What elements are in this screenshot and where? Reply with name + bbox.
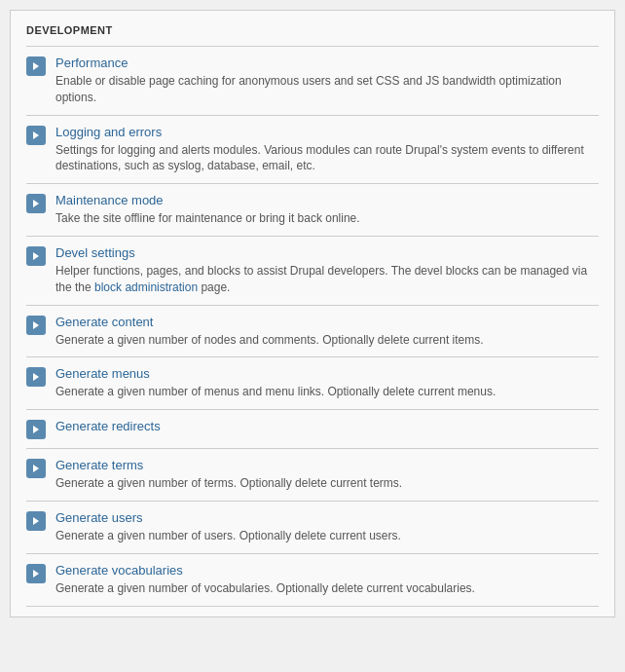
block-administration-link[interactable]: block administration xyxy=(94,280,198,294)
svg-marker-3 xyxy=(33,252,39,260)
item-description: Helper functions, pages, and blocks to a… xyxy=(55,263,599,296)
item-content: Generate vocabulariesGenerate a given nu… xyxy=(55,563,599,597)
item-content: Generate usersGenerate a given number of… xyxy=(55,510,599,544)
list-item: Devel settingsHelper functions, pages, a… xyxy=(26,237,599,305)
item-title-devel-settings[interactable]: Devel settings xyxy=(55,245,135,260)
arrow-button-generate-terms[interactable] xyxy=(26,459,46,478)
item-title-maintenance-mode[interactable]: Maintenance mode xyxy=(55,193,164,207)
item-content: Generate menusGenerate a given number of… xyxy=(55,366,599,400)
item-content: Generate contentGenerate a given number … xyxy=(55,315,599,349)
item-divider xyxy=(26,606,599,607)
list-item: Generate contentGenerate a given number … xyxy=(26,306,599,357)
svg-marker-8 xyxy=(33,517,39,525)
items-container: PerformanceEnable or disable page cachin… xyxy=(26,47,599,607)
arrow-button-generate-content[interactable] xyxy=(26,316,46,335)
arrow-button-devel-settings[interactable] xyxy=(26,246,46,266)
svg-marker-0 xyxy=(33,62,39,70)
list-item: PerformanceEnable or disable page cachin… xyxy=(26,47,599,115)
list-item: Maintenance modeTake the site offline fo… xyxy=(26,184,599,236)
item-description: Generate a given number of vocabularies.… xyxy=(55,580,599,597)
item-description: Settings for logging and alerts modules.… xyxy=(55,142,599,175)
item-content: Generate termsGenerate a given number of… xyxy=(55,458,599,492)
item-description: Generate a given number of users. Option… xyxy=(55,528,599,544)
item-content: Logging and errorsSettings for logging a… xyxy=(55,125,599,175)
item-content: Maintenance modeTake the site offline fo… xyxy=(55,193,599,227)
svg-marker-5 xyxy=(33,373,39,381)
svg-marker-6 xyxy=(33,426,39,433)
arrow-button-performance[interactable] xyxy=(26,56,46,76)
item-description: Enable or disable page caching for anony… xyxy=(55,73,599,106)
svg-marker-2 xyxy=(33,200,39,207)
item-description: Generate a given number of menus and men… xyxy=(55,384,599,400)
item-content: Generate redirects xyxy=(55,419,599,433)
item-title-generate-vocabularies[interactable]: Generate vocabularies xyxy=(55,563,183,578)
svg-marker-4 xyxy=(33,321,39,329)
arrow-button-generate-menus[interactable] xyxy=(26,367,46,387)
item-title-performance[interactable]: Performance xyxy=(55,56,128,70)
item-title-generate-users[interactable]: Generate users xyxy=(55,510,143,525)
item-title-generate-redirects[interactable]: Generate redirects xyxy=(55,419,161,433)
list-item: Logging and errorsSettings for logging a… xyxy=(26,116,599,184)
arrow-button-maintenance-mode[interactable] xyxy=(26,194,46,213)
item-content: Devel settingsHelper functions, pages, a… xyxy=(55,245,599,296)
arrow-button-generate-users[interactable] xyxy=(26,511,46,531)
list-item: Generate vocabulariesGenerate a given nu… xyxy=(26,554,599,606)
item-content: PerformanceEnable or disable page cachin… xyxy=(55,56,599,106)
section-title: DEVELOPMENT xyxy=(26,24,599,36)
svg-marker-1 xyxy=(33,131,39,139)
item-description: Generate a given number of nodes and com… xyxy=(55,332,599,349)
item-description: Take the site offline for maintenance or… xyxy=(55,210,599,227)
list-item: Generate redirects xyxy=(26,410,599,448)
list-item: Generate termsGenerate a given number of… xyxy=(26,449,599,501)
arrow-button-generate-vocabularies[interactable] xyxy=(26,564,46,583)
arrow-button-generate-redirects[interactable] xyxy=(26,420,46,439)
item-description: Generate a given number of terms. Option… xyxy=(55,475,599,492)
development-section: DEVELOPMENT PerformanceEnable or disable… xyxy=(10,10,615,617)
arrow-button-logging-and-errors[interactable] xyxy=(26,126,46,145)
list-item: Generate menusGenerate a given number of… xyxy=(26,357,599,409)
item-title-generate-menus[interactable]: Generate menus xyxy=(55,366,150,381)
svg-marker-7 xyxy=(33,465,39,472)
item-title-generate-content[interactable]: Generate content xyxy=(55,315,153,329)
list-item: Generate usersGenerate a given number of… xyxy=(26,502,599,553)
svg-marker-9 xyxy=(33,570,39,578)
item-title-logging-and-errors[interactable]: Logging and errors xyxy=(55,125,162,139)
item-title-generate-terms[interactable]: Generate terms xyxy=(55,458,143,472)
